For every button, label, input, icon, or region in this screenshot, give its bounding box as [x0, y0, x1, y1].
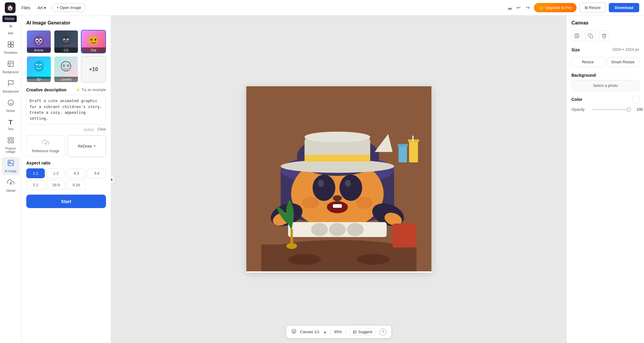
style-thumb-3d[interactable]: 3D — [26, 56, 51, 83]
left-panel: AI Image Generator Anime CG — [21, 16, 111, 343]
svg-rect-58 — [397, 144, 408, 146]
aspect-btn-16-9[interactable]: 16:9 — [47, 180, 65, 190]
svg-point-81 — [286, 243, 297, 249]
upload-cloud-icon — [42, 139, 49, 148]
svg-point-76 — [311, 223, 328, 236]
svg-point-6 — [8, 100, 13, 105]
svg-point-35 — [61, 61, 71, 71]
svg-rect-41 — [261, 244, 416, 271]
style-thumb-flat[interactable]: Flat — [81, 30, 106, 53]
sidebar-item-sticker[interactable]: Sticker — [2, 97, 20, 115]
divider — [330, 329, 331, 335]
sidebar-item-label-sticker: Sticker — [6, 109, 15, 113]
style-thumb-lineart[interactable]: LineArt — [54, 56, 79, 83]
sidebar-item-product-collage[interactable]: Product collage — [2, 134, 20, 156]
art-arrow-icon: ▾ — [44, 5, 46, 10]
sidebar-item-label-product-collage: Product collage — [3, 147, 19, 153]
art-nav[interactable]: Art ▾ — [35, 4, 49, 11]
redraw-button[interactable]: ReDraw ▾ — [67, 135, 106, 157]
aspect-btn-1-1[interactable]: 1:1 — [26, 168, 45, 178]
opacity-value: 100 — [634, 107, 643, 112]
svg-rect-13 — [8, 160, 13, 166]
canvas-copy-button[interactable] — [585, 30, 596, 41]
sidebar-item-background[interactable]: Background — [2, 58, 20, 76]
svg-rect-26 — [64, 42, 67, 43]
canvas-delete-button[interactable] — [599, 30, 610, 41]
svg-point-25 — [67, 39, 69, 41]
style-thumb-cg[interactable]: CG — [54, 30, 79, 53]
canvas-area: ◀ — [111, 16, 566, 343]
home-tooltip: Home — [2, 16, 17, 22]
help-button[interactable]: ? — [379, 328, 386, 336]
canvas-chevron-icon[interactable]: ▲ — [323, 330, 327, 334]
svg-rect-91 — [353, 330, 356, 333]
smart-resize-button[interactable]: Smart Resize — [607, 57, 640, 67]
style-thumb-anime[interactable]: Anime — [26, 30, 51, 53]
svg-point-19 — [36, 40, 38, 42]
clear-button[interactable]: Clear — [97, 127, 106, 131]
svg-rect-0 — [8, 42, 10, 44]
creative-description-header: Creative description ⚡ Try an example — [26, 87, 106, 92]
try-example-button[interactable]: ⚡ Try an example — [76, 88, 106, 92]
files-nav[interactable]: Files — [19, 4, 33, 11]
canvas-name: Canvas 1/1 — [300, 330, 320, 334]
resize-button-sm[interactable]: Resize — [571, 57, 604, 67]
opacity-row: Opacity 100 — [571, 107, 639, 112]
opacity-label: Opacity — [571, 107, 589, 112]
sidebar-item-label-add: Add — [8, 32, 13, 35]
canvas-frame-button[interactable] — [571, 30, 582, 41]
svg-point-66 — [333, 195, 342, 201]
aspect-btn-4-3[interactable]: 4:3 — [67, 168, 86, 178]
svg-rect-95 — [575, 34, 579, 38]
aspect-btn-1-2[interactable]: 1:2 — [47, 168, 65, 178]
sidebar-item-upload[interactable]: Upload — [2, 176, 20, 195]
background-icon — [7, 60, 14, 69]
open-image-button[interactable]: + Open Image — [52, 3, 86, 12]
style-thumb-more[interactable]: +10 — [81, 56, 106, 83]
aspect-btn-9-16[interactable]: 9:16 — [67, 180, 86, 190]
reference-image-box[interactable]: Reference Image — [26, 135, 65, 157]
ai-background-icon — [7, 80, 14, 89]
svg-point-37 — [67, 65, 69, 67]
layers-icon[interactable] — [291, 329, 296, 335]
download-button[interactable]: Download — [609, 3, 639, 12]
sticker-icon — [7, 99, 14, 108]
suggest-button[interactable]: Suggest — [349, 328, 376, 336]
sidebar-item-ai-image[interactable]: AI Image — [2, 157, 20, 175]
svg-point-77 — [329, 223, 346, 236]
svg-point-14 — [9, 161, 10, 162]
svg-rect-61 — [412, 136, 414, 141]
aspect-btn-2-1[interactable]: 2:1 — [26, 180, 45, 190]
sidebar-item-ai-background[interactable]: Background — [2, 77, 20, 96]
undo-button[interactable]: ↩ — [515, 4, 522, 12]
cloud-icon[interactable]: ☁ — [507, 4, 512, 11]
color-swatch[interactable] — [632, 96, 639, 103]
svg-point-43 — [357, 254, 390, 265]
aspect-btn-3-4[interactable]: 3:4 — [87, 168, 106, 178]
svg-rect-12 — [11, 141, 13, 143]
svg-point-54 — [305, 132, 370, 142]
svg-rect-4 — [8, 61, 13, 67]
canvas-bottom-bar: Canvas 1/1 ▲ 65% Suggest ? — [286, 325, 391, 338]
description-textarea[interactable]: Draft a cute animated graphic for a vibr… — [26, 95, 106, 124]
text-icon: T — [9, 119, 13, 126]
start-button[interactable]: Start — [26, 195, 106, 208]
redo-button[interactable]: ↪ — [525, 4, 531, 12]
home-button[interactable]: 🏠 — [5, 2, 16, 13]
select-photo-button[interactable]: Select a photo — [571, 80, 639, 91]
sidebar-item-templates[interactable]: Templates — [2, 39, 20, 57]
resize-button[interactable]: ⊞ Resize — [580, 3, 606, 13]
svg-point-78 — [347, 223, 364, 236]
zoom-level: 65% — [334, 330, 342, 334]
sidebar-item-text[interactable]: T Text — [2, 116, 20, 133]
upgrade-button[interactable]: 👑 Upgrade to Pro — [534, 3, 576, 12]
opacity-slider[interactable] — [592, 109, 631, 110]
collapse-left-panel-button[interactable]: ◀ — [111, 176, 115, 183]
aspect-ratio-section: Aspect ratio 1:1 1:2 4:3 3:4 2:1 16:9 9:… — [26, 161, 106, 190]
svg-rect-9 — [8, 138, 10, 140]
sidebar-item-label-background: Background — [3, 70, 19, 74]
svg-point-30 — [34, 61, 44, 72]
svg-rect-80 — [291, 229, 293, 245]
svg-point-62 — [313, 175, 335, 201]
style-thumb-cg-label: CG — [54, 47, 78, 53]
